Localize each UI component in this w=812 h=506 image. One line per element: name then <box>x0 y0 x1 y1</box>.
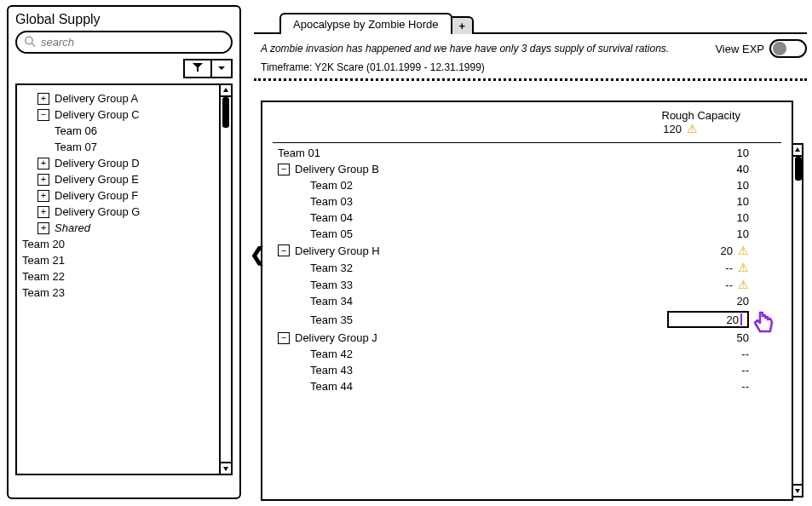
chevron-down-icon <box>217 64 226 72</box>
svg-point-0 <box>26 37 32 43</box>
row-left: Team 35 <box>271 313 667 326</box>
row-left: −Delivery Group B <box>271 163 681 175</box>
table-row: −Delivery Group B40 <box>262 161 792 177</box>
capacity-value: 10 <box>737 211 749 224</box>
tree-team[interactable]: Team 06 <box>20 123 227 139</box>
row-label: Delivery Group H <box>295 244 380 257</box>
filter-button[interactable] <box>185 60 212 77</box>
row-label: Team 34 <box>310 295 353 308</box>
capacity-cell[interactable]: -- <box>681 348 783 360</box>
capacity-total: 120 ⚠ <box>662 122 741 135</box>
warning-icon: ⚠ <box>738 261 749 274</box>
filter-row <box>15 59 233 78</box>
capacity-value: -- <box>725 262 733 274</box>
row-left: −Delivery Group J <box>271 331 681 344</box>
table-row: −Delivery Group J50 <box>262 330 792 346</box>
capacity-cell[interactable]: -- <box>681 380 783 393</box>
main-scrollbar[interactable] <box>792 143 803 497</box>
funnel-icon <box>192 62 204 72</box>
row-left: Team 43 <box>271 364 681 377</box>
collapse-icon[interactable]: − <box>278 164 290 175</box>
collapse-icon[interactable]: − <box>278 332 290 344</box>
row-left: Team 01 <box>271 147 681 159</box>
row-label: Team 03 <box>310 195 353 208</box>
scroll-up-icon[interactable] <box>793 145 802 157</box>
view-exp-toggle-wrap: View EXP <box>715 39 807 58</box>
tree-group-label: Delivery Group F <box>55 189 138 202</box>
capacity-value: 50 <box>737 331 749 344</box>
capacity-edit-input[interactable]: 20 <box>667 311 749 328</box>
capacity-value: -- <box>725 279 733 291</box>
filter-dropdown[interactable] <box>212 60 231 77</box>
expand-icon[interactable]: + <box>37 93 49 105</box>
table-row: Team 3520 <box>262 309 792 330</box>
tree-team[interactable]: Team 22 <box>20 268 227 285</box>
text-caret <box>740 313 742 325</box>
row-left: −Delivery Group H <box>271 244 681 257</box>
collapse-icon[interactable]: − <box>278 244 290 256</box>
table-row: Team 44-- <box>262 378 792 394</box>
tree-group[interactable]: +Delivery Group F <box>20 187 227 204</box>
row-label: Team 01 <box>278 147 320 159</box>
tree-group-label: Delivery Group E <box>55 173 139 186</box>
capacity-value: 10 <box>737 147 749 159</box>
tree-group[interactable]: +Delivery Group A <box>20 90 227 106</box>
scroll-down-icon[interactable] <box>221 462 231 474</box>
expand-icon[interactable]: + <box>37 222 49 234</box>
expand-icon[interactable]: + <box>37 158 49 170</box>
capacity-cell[interactable]: 10 <box>681 147 783 159</box>
capacity-cell[interactable]: 10 <box>681 179 783 192</box>
tree-group[interactable]: +Delivery Group D <box>20 155 227 171</box>
capacity-cell[interactable]: 40 <box>681 163 783 175</box>
table-row: Team 43-- <box>262 362 792 378</box>
tree-group-label: Delivery Group C <box>55 108 140 121</box>
scroll-up-icon[interactable] <box>221 85 231 97</box>
tree-group-label: Delivery Group D <box>55 157 140 170</box>
tree-team[interactable]: Team 07 <box>20 139 227 155</box>
expand-icon[interactable]: + <box>37 190 49 202</box>
tree-team[interactable]: Team 20 <box>20 236 227 252</box>
capacity-value: 10 <box>737 195 749 208</box>
capacity-value: 20 <box>721 244 733 257</box>
warning-icon: ⚠ <box>687 122 698 135</box>
tab-active[interactable]: Apocalypse by Zombie Horde <box>279 13 452 34</box>
search-input[interactable] <box>15 31 233 54</box>
row-label: Team 43 <box>310 364 353 377</box>
capacity-cell[interactable]: 10 <box>681 211 783 224</box>
capacity-cell[interactable]: --⚠ <box>681 261 783 274</box>
table-row: Team 0210 <box>262 177 792 193</box>
tree-group[interactable]: −Delivery Group C <box>20 106 227 123</box>
expand-icon[interactable]: + <box>37 174 49 186</box>
capacity-value: -- <box>741 380 749 393</box>
capacity-cell[interactable]: 10 <box>681 227 783 240</box>
tree-team[interactable]: Team 23 <box>20 285 227 301</box>
tab-row: Apocalypse by Zombie Horde + <box>254 5 807 34</box>
search-wrap <box>15 31 233 54</box>
capacity-cell[interactable]: 20⚠ <box>681 244 783 257</box>
sidebar-scrollbar[interactable] <box>219 85 231 474</box>
header-row: A zombie invasion has happened and we ha… <box>254 34 807 61</box>
capacity-cell[interactable]: --⚠ <box>681 278 783 291</box>
scroll-thumb[interactable] <box>795 157 802 181</box>
tree-group[interactable]: +Delivery Group E <box>20 171 227 187</box>
view-exp-toggle[interactable] <box>769 39 807 58</box>
tree-team[interactable]: Team 21 <box>20 252 227 268</box>
capacity-cell[interactable]: -- <box>681 364 783 377</box>
collapse-icon[interactable]: − <box>37 109 49 121</box>
scroll-down-icon[interactable] <box>793 484 802 496</box>
scroll-thumb[interactable] <box>222 97 229 128</box>
col-rough-capacity: Rough Capacity <box>662 109 741 122</box>
capacity-cell[interactable]: 10 <box>681 195 783 208</box>
row-left: Team 03 <box>271 195 681 208</box>
row-label: Team 33 <box>310 279 353 291</box>
tab-add-button[interactable]: + <box>451 16 475 34</box>
table-row: Team 3420 <box>262 293 792 309</box>
capacity-value: 10 <box>737 179 749 192</box>
expand-icon[interactable]: + <box>37 206 49 218</box>
capacity-cell[interactable]: 20 <box>681 295 783 308</box>
warning-icon: ⚠ <box>738 244 749 257</box>
tree-group[interactable]: +Delivery Group G <box>20 204 227 220</box>
tree-group[interactable]: +Shared <box>20 220 227 236</box>
table-row: Team 0510 <box>262 226 792 242</box>
tree-group-label: Delivery Group A <box>55 92 138 105</box>
